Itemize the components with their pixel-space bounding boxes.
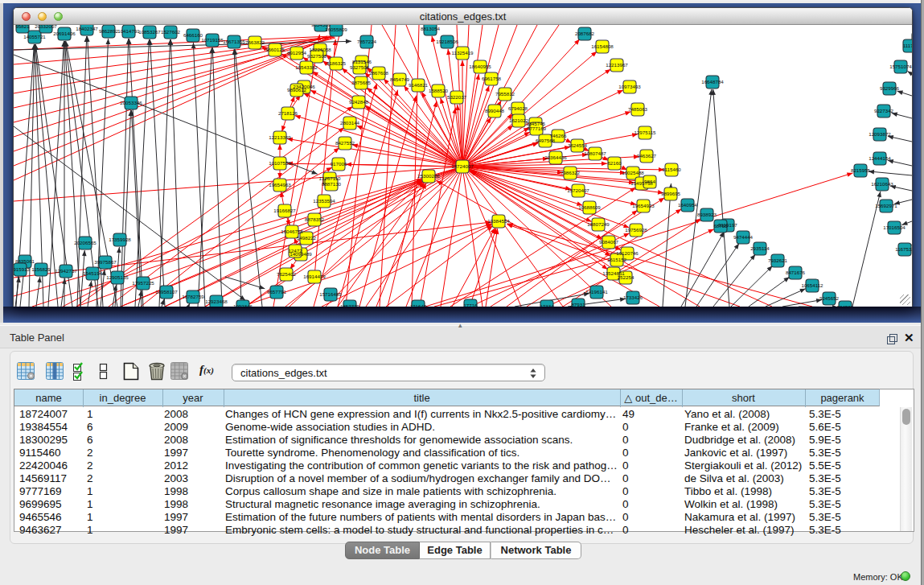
svg-text:9899695: 9899695 [661, 191, 681, 196]
svg-text:9227342: 9227342 [874, 108, 894, 113]
svg-text:2718126: 2718126 [278, 110, 298, 116]
svg-text:2803144: 2803144 [340, 120, 360, 126]
svg-text:11175: 11175 [903, 43, 912, 48]
svg-text:10414791: 10414791 [117, 28, 140, 34]
svg-text:2867608: 2867608 [369, 70, 389, 76]
svg-text:12942737: 12942737 [55, 268, 77, 274]
svg-text:7857224: 7857224 [357, 39, 377, 44]
svg-text:2087682: 2087682 [575, 31, 595, 36]
svg-text:17359928: 17359928 [109, 237, 131, 242]
svg-text:10719155: 10719155 [201, 37, 224, 43]
svg-text:16543382: 16543382 [295, 64, 318, 70]
svg-text:16154808: 16154808 [591, 43, 614, 49]
svg-text:8835061: 8835061 [15, 258, 35, 264]
svg-text:25300285: 25300285 [417, 173, 440, 179]
svg-text:9327508: 9327508 [350, 64, 370, 70]
svg-text:15751074: 15751074 [889, 64, 912, 69]
svg-text:12472: 12472 [288, 248, 302, 253]
svg-text:18807249: 18807249 [587, 221, 610, 227]
svg-text:3624554: 3624554 [568, 142, 588, 148]
svg-text:9245652: 9245652 [819, 295, 840, 301]
svg-text:6794028: 6794028 [508, 105, 528, 111]
svg-text:6497568: 6497568 [536, 138, 556, 143]
svg-text:9890612: 9890612 [287, 87, 307, 93]
svg-text:5498222: 5498222 [297, 235, 317, 241]
svg-text:20053346: 20053346 [120, 100, 142, 105]
svg-text:10120746: 10120746 [616, 250, 639, 256]
svg-text:19756928: 19756928 [625, 227, 647, 233]
svg-text:8454749: 8454749 [390, 76, 410, 82]
svg-text:16055809: 16055809 [325, 27, 347, 32]
svg-text:9463627: 9463627 [637, 153, 657, 159]
svg-text:10958107: 10958107 [155, 289, 178, 295]
svg-text:8887130: 8887130 [322, 181, 342, 187]
svg-text:12093872: 12093872 [869, 131, 891, 137]
svg-text:7986322: 7986322 [561, 170, 581, 175]
svg-text:11325419: 11325419 [451, 50, 474, 56]
svg-text:68755: 68755 [713, 223, 728, 229]
svg-text:10654112: 10654112 [801, 282, 823, 288]
svg-text:17957225: 17957225 [132, 280, 154, 286]
svg-text:7625402: 7625402 [277, 271, 297, 277]
svg-text:8427552: 8427552 [335, 140, 355, 146]
svg-text:19218506: 19218506 [436, 39, 458, 44]
svg-text:14196141: 14196141 [585, 289, 608, 295]
svg-text:1545194: 1545194 [83, 270, 103, 276]
svg-text:16914479: 16914479 [303, 274, 326, 279]
svg-text:9115460: 9115460 [662, 167, 681, 172]
svg-text:8938923: 8938923 [697, 212, 717, 217]
svg-text:8471676: 8471676 [786, 270, 806, 275]
svg-text:12905135: 12905135 [106, 274, 129, 280]
svg-text:19654963: 19654963 [269, 182, 291, 187]
svg-text:16671355: 16671355 [223, 39, 245, 44]
svg-text:6961758: 6961758 [482, 76, 502, 81]
svg-text:3915913: 3915913 [14, 266, 31, 272]
svg-text:18724007: 18724007 [451, 163, 474, 169]
svg-text:10807487: 10807487 [584, 150, 606, 156]
svg-text:16210643: 16210643 [871, 181, 893, 187]
svg-text:9777169: 9777169 [527, 126, 547, 131]
svg-text:1857779: 1857779 [340, 303, 360, 307]
svg-text:7663822: 7663822 [245, 39, 265, 45]
svg-text:6466160: 6466160 [183, 32, 203, 38]
svg-text:7485063: 7485063 [628, 106, 648, 112]
svg-text:9657791: 9657791 [267, 289, 287, 295]
svg-text:10973493: 10973493 [618, 84, 641, 89]
svg-text:171645: 171645 [410, 303, 427, 307]
svg-text:1527602: 1527602 [161, 29, 181, 35]
svg-text:16046755: 16046755 [281, 229, 303, 234]
svg-text:10025488: 10025488 [622, 170, 644, 175]
svg-text:1615152: 1615152 [607, 257, 627, 262]
svg-text:19654923: 19654923 [632, 203, 655, 208]
svg-text:9327503: 9327503 [307, 53, 327, 59]
svg-text:20691406: 20691406 [53, 31, 76, 36]
svg-text:12213967: 12213967 [606, 62, 628, 68]
svg-text:15692971: 15692971 [875, 203, 897, 208]
svg-text:62160: 62160 [607, 160, 622, 166]
svg-text:9474444: 9474444 [733, 234, 754, 240]
svg-text:10688609: 10688609 [578, 204, 601, 210]
svg-text:1167533: 1167533 [895, 246, 912, 252]
svg-text:15716485: 15716485 [319, 291, 342, 297]
svg-text:10853267: 10853267 [138, 29, 161, 35]
svg-text:9084067: 9084067 [599, 239, 619, 245]
svg-text:12213369: 12213369 [269, 134, 291, 140]
svg-text:2935114: 2935114 [750, 245, 770, 251]
svg-text:20206565: 20206565 [74, 240, 97, 245]
svg-text:1156829: 1156829 [31, 266, 51, 272]
svg-text:3875685: 3875685 [351, 80, 372, 85]
svg-text:9146821: 9146821 [409, 82, 429, 88]
svg-text:1640954: 1640954 [678, 202, 698, 208]
svg-text:17334: 17334 [540, 303, 554, 307]
svg-text:7932621: 7932621 [768, 257, 788, 263]
svg-text:8912954: 8912954 [287, 50, 307, 56]
svg-text:924501: 924501 [837, 304, 854, 307]
svg-text:9862892: 9862892 [99, 28, 119, 34]
svg-text:9864: 9864 [644, 179, 655, 184]
svg-text:9242848: 9242848 [349, 99, 369, 105]
svg-text:12444154: 12444154 [869, 155, 891, 161]
svg-text:8215955: 8215955 [851, 167, 871, 173]
svg-text:8131546: 8131546 [352, 59, 372, 64]
svg-text:14055721: 14055721 [23, 34, 46, 39]
svg-text:18640955: 18640955 [469, 64, 491, 69]
